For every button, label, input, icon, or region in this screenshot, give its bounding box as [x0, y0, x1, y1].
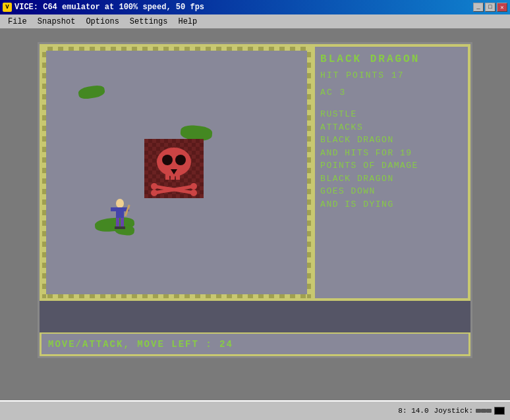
dungeon-map — [40, 44, 314, 301]
svg-rect-25 — [476, 409, 481, 413]
svg-point-15 — [151, 190, 157, 196]
title-text: V VICE: C64 emulator at 100% speed, 50 f… — [3, 3, 204, 12]
svg-rect-26 — [481, 409, 486, 413]
menu-snapshot[interactable]: Snapshot — [32, 16, 81, 28]
status-text: MOVE/ATTACK, MOVE LEFT : 24 — [48, 339, 233, 350]
menu-bar: File Snapshot Options Settings Help — [0, 14, 510, 29]
svg-point-6 — [175, 155, 186, 165]
svg-rect-23 — [115, 226, 120, 229]
svg-rect-22 — [121, 218, 124, 227]
main-content: BLACK DRAGON HIT POINTS 17 AC 3 RUSTLE A… — [0, 29, 510, 420]
taskbar: 8: 14.0 Joystick: — [0, 400, 510, 420]
menu-settings[interactable]: Settings — [125, 16, 173, 28]
menu-file[interactable]: File — [3, 16, 32, 28]
app-icon: V — [3, 3, 12, 12]
svg-rect-9 — [176, 174, 180, 180]
svg-point-14 — [190, 183, 197, 190]
svg-rect-24 — [120, 226, 125, 229]
window-controls: _ □ ✕ — [473, 3, 507, 12]
svg-rect-27 — [486, 409, 492, 413]
player-sprite — [108, 198, 132, 234]
game-area: BLACK DRAGON HIT POINTS 17 AC 3 RUSTLE A… — [40, 44, 470, 332]
menu-options[interactable]: Options — [80, 16, 124, 28]
minimize-button[interactable]: _ — [473, 3, 484, 12]
title-bar: V VICE: C64 emulator at 100% speed, 50 f… — [0, 0, 510, 14]
svg-rect-7 — [165, 174, 169, 180]
svg-point-12 — [151, 183, 157, 190]
svg-rect-17 — [116, 207, 124, 218]
svg-point-13 — [190, 190, 197, 196]
combat-log: RUSTLE ATTACKS BLACK DRAGON AND HITS FOR… — [320, 108, 463, 211]
led-indicator — [494, 407, 505, 415]
joystick-indicator: Joystick: — [434, 407, 505, 415]
stats-panel: BLACK DRAGON HIT POINTS 17 AC 3 RUSTLE A… — [314, 44, 470, 301]
game-status-bar: MOVE/ATTACK, MOVE LEFT : 24 — [40, 332, 470, 356]
hit-points: HIT POINTS 17 — [320, 69, 463, 82]
terrain-blob-1 — [78, 84, 106, 101]
svg-point-5 — [162, 155, 173, 165]
svg-point-16 — [116, 199, 124, 208]
dragon-sprite — [144, 139, 204, 198]
enemy-name: BLACK DRAGON — [320, 53, 463, 65]
armor-class: AC 3 — [320, 86, 463, 99]
joystick-icon — [476, 407, 492, 415]
taskbar-info: 8: 14.0 — [398, 407, 428, 415]
joystick-label: Joystick: — [434, 407, 473, 415]
svg-rect-21 — [116, 218, 119, 227]
svg-rect-18 — [111, 207, 116, 211]
close-button[interactable]: ✕ — [497, 3, 507, 12]
svg-rect-8 — [171, 174, 175, 180]
game-window: BLACK DRAGON HIT POINTS 17 AC 3 RUSTLE A… — [38, 42, 472, 358]
menu-help[interactable]: Help — [173, 16, 202, 28]
maximize-button[interactable]: □ — [485, 3, 496, 12]
